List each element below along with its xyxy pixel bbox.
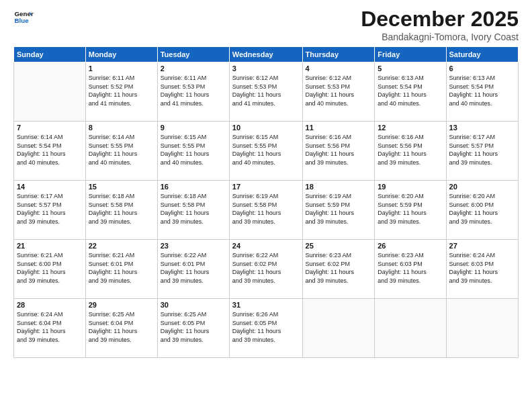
calendar-cell-4-0: 28Sunrise: 6:24 AM Sunset: 6:04 PM Dayli… [14, 299, 86, 358]
col-saturday: Saturday [446, 47, 518, 62]
day-info: Sunrise: 6:14 AM Sunset: 5:55 PM Dayligh… [89, 133, 154, 167]
calendar-cell-1-6: 13Sunrise: 6:17 AM Sunset: 5:57 PM Dayli… [446, 122, 518, 181]
day-info: Sunrise: 6:22 AM Sunset: 6:02 PM Dayligh… [232, 251, 300, 285]
svg-text:Blue: Blue [15, 17, 30, 24]
calendar-cell-2-6: 20Sunrise: 6:20 AM Sunset: 6:00 PM Dayli… [446, 181, 518, 240]
header: General Blue December 2025 Bandakagni-To… [13, 7, 519, 42]
day-info: Sunrise: 6:11 AM Sunset: 5:52 PM Dayligh… [89, 74, 154, 107]
title-section: December 2025 Bandakagni-Tomora, Ivory C… [361, 7, 519, 42]
day-number: 5 [378, 64, 443, 73]
week-row-2: 14Sunrise: 6:17 AM Sunset: 5:57 PM Dayli… [14, 181, 519, 240]
day-number: 2 [161, 64, 226, 73]
day-number: 15 [89, 183, 154, 191]
calendar-cell-3-2: 23Sunrise: 6:22 AM Sunset: 6:01 PM Dayli… [157, 240, 229, 299]
day-info: Sunrise: 6:20 AM Sunset: 6:00 PM Dayligh… [449, 192, 515, 226]
calendar-cell-2-2: 16Sunrise: 6:18 AM Sunset: 5:58 PM Dayli… [157, 181, 229, 240]
calendar-cell-0-2: 2Sunrise: 6:11 AM Sunset: 5:53 PM Daylig… [157, 62, 229, 122]
day-number: 12 [378, 124, 443, 132]
day-info: Sunrise: 6:25 AM Sunset: 6:05 PM Dayligh… [161, 310, 226, 344]
day-number: 19 [378, 183, 443, 191]
day-number: 25 [306, 242, 372, 250]
day-number: 30 [161, 301, 226, 309]
week-row-3: 21Sunrise: 6:21 AM Sunset: 6:00 PM Dayli… [14, 240, 519, 299]
day-number: 21 [17, 242, 83, 250]
day-info: Sunrise: 6:12 AM Sunset: 5:53 PM Dayligh… [306, 74, 372, 107]
day-info: Sunrise: 6:13 AM Sunset: 5:54 PM Dayligh… [449, 74, 515, 107]
calendar-cell-3-4: 25Sunrise: 6:23 AM Sunset: 6:02 PM Dayli… [302, 240, 375, 299]
day-info: Sunrise: 6:21 AM Sunset: 6:01 PM Dayligh… [89, 251, 154, 285]
day-info: Sunrise: 6:19 AM Sunset: 5:58 PM Dayligh… [232, 192, 300, 226]
col-sunday: Sunday [14, 47, 86, 62]
day-number: 23 [161, 242, 226, 250]
day-number: 3 [232, 64, 300, 73]
calendar-cell-1-3: 10Sunrise: 6:15 AM Sunset: 5:55 PM Dayli… [229, 122, 302, 181]
calendar-cell-4-5 [375, 299, 446, 358]
subtitle: Bandakagni-Tomora, Ivory Coast [361, 32, 519, 42]
calendar-cell-0-4: 4Sunrise: 6:12 AM Sunset: 5:53 PM Daylig… [302, 62, 375, 122]
day-number: 14 [17, 183, 83, 191]
day-info: Sunrise: 6:11 AM Sunset: 5:53 PM Dayligh… [161, 74, 226, 107]
calendar-cell-0-3: 3Sunrise: 6:12 AM Sunset: 5:53 PM Daylig… [229, 62, 302, 122]
calendar-cell-1-4: 11Sunrise: 6:16 AM Sunset: 5:56 PM Dayli… [302, 122, 375, 181]
day-number: 22 [89, 242, 154, 250]
day-number: 6 [449, 64, 515, 73]
day-number: 8 [89, 124, 154, 132]
calendar-cell-4-6 [446, 299, 518, 358]
day-info: Sunrise: 6:18 AM Sunset: 5:58 PM Dayligh… [89, 192, 154, 226]
day-number: 16 [161, 183, 226, 191]
calendar-cell-3-5: 26Sunrise: 6:23 AM Sunset: 6:03 PM Dayli… [375, 240, 446, 299]
day-number: 17 [232, 183, 300, 191]
day-number: 31 [232, 301, 300, 309]
day-info: Sunrise: 6:21 AM Sunset: 6:00 PM Dayligh… [17, 251, 83, 285]
col-wednesday: Wednesday [229, 47, 302, 62]
day-number: 26 [378, 242, 443, 250]
col-tuesday: Tuesday [157, 47, 229, 62]
calendar-header-row: Sunday Monday Tuesday Wednesday Thursday… [14, 47, 519, 62]
logo-icon: General Blue [13, 7, 34, 27]
day-info: Sunrise: 6:13 AM Sunset: 5:54 PM Dayligh… [378, 74, 443, 107]
col-monday: Monday [85, 47, 157, 62]
calendar-cell-4-2: 30Sunrise: 6:25 AM Sunset: 6:05 PM Dayli… [157, 299, 229, 358]
week-row-0: 1Sunrise: 6:11 AM Sunset: 5:52 PM Daylig… [14, 62, 519, 122]
calendar-body: 1Sunrise: 6:11 AM Sunset: 5:52 PM Daylig… [14, 62, 519, 358]
day-number: 7 [17, 124, 83, 132]
logo: General Blue [13, 7, 34, 27]
calendar-cell-0-6: 6Sunrise: 6:13 AM Sunset: 5:54 PM Daylig… [446, 62, 518, 122]
day-info: Sunrise: 6:12 AM Sunset: 5:53 PM Dayligh… [232, 74, 300, 107]
day-info: Sunrise: 6:20 AM Sunset: 5:59 PM Dayligh… [378, 192, 443, 226]
calendar-cell-2-5: 19Sunrise: 6:20 AM Sunset: 5:59 PM Dayli… [375, 181, 446, 240]
day-info: Sunrise: 6:19 AM Sunset: 5:59 PM Dayligh… [306, 192, 372, 226]
calendar-cell-4-3: 31Sunrise: 6:26 AM Sunset: 6:05 PM Dayli… [229, 299, 302, 358]
calendar-cell-2-4: 18Sunrise: 6:19 AM Sunset: 5:59 PM Dayli… [302, 181, 375, 240]
calendar-cell-0-5: 5Sunrise: 6:13 AM Sunset: 5:54 PM Daylig… [375, 62, 446, 122]
day-info: Sunrise: 6:17 AM Sunset: 5:57 PM Dayligh… [449, 133, 515, 167]
calendar-table: Sunday Monday Tuesday Wednesday Thursday… [13, 46, 519, 358]
calendar-cell-0-1: 1Sunrise: 6:11 AM Sunset: 5:52 PM Daylig… [85, 62, 157, 122]
day-number: 24 [232, 242, 300, 250]
day-info: Sunrise: 6:14 AM Sunset: 5:54 PM Dayligh… [17, 133, 83, 167]
col-friday: Friday [375, 47, 446, 62]
day-number: 11 [306, 124, 372, 132]
calendar-cell-1-5: 12Sunrise: 6:16 AM Sunset: 5:56 PM Dayli… [375, 122, 446, 181]
calendar-cell-0-0 [14, 62, 86, 122]
day-number: 18 [306, 183, 372, 191]
calendar-cell-1-1: 8Sunrise: 6:14 AM Sunset: 5:55 PM Daylig… [85, 122, 157, 181]
month-title: December 2025 [361, 7, 519, 32]
day-info: Sunrise: 6:16 AM Sunset: 5:56 PM Dayligh… [306, 133, 372, 167]
week-row-4: 28Sunrise: 6:24 AM Sunset: 6:04 PM Dayli… [14, 299, 519, 358]
day-number: 4 [306, 64, 372, 73]
week-row-1: 7Sunrise: 6:14 AM Sunset: 5:54 PM Daylig… [14, 122, 519, 181]
day-info: Sunrise: 6:18 AM Sunset: 5:58 PM Dayligh… [161, 192, 226, 226]
calendar-cell-3-1: 22Sunrise: 6:21 AM Sunset: 6:01 PM Dayli… [85, 240, 157, 299]
calendar-cell-2-0: 14Sunrise: 6:17 AM Sunset: 5:57 PM Dayli… [14, 181, 86, 240]
page: General Blue December 2025 Bandakagni-To… [0, 0, 532, 411]
calendar-cell-2-1: 15Sunrise: 6:18 AM Sunset: 5:58 PM Dayli… [85, 181, 157, 240]
calendar-cell-3-6: 27Sunrise: 6:24 AM Sunset: 6:03 PM Dayli… [446, 240, 518, 299]
calendar-cell-4-1: 29Sunrise: 6:25 AM Sunset: 6:04 PM Dayli… [85, 299, 157, 358]
day-number: 29 [89, 301, 154, 309]
col-thursday: Thursday [302, 47, 375, 62]
calendar-cell-4-4 [302, 299, 375, 358]
day-info: Sunrise: 6:24 AM Sunset: 6:04 PM Dayligh… [17, 310, 83, 344]
day-number: 20 [449, 183, 515, 191]
day-info: Sunrise: 6:26 AM Sunset: 6:05 PM Dayligh… [232, 310, 300, 344]
